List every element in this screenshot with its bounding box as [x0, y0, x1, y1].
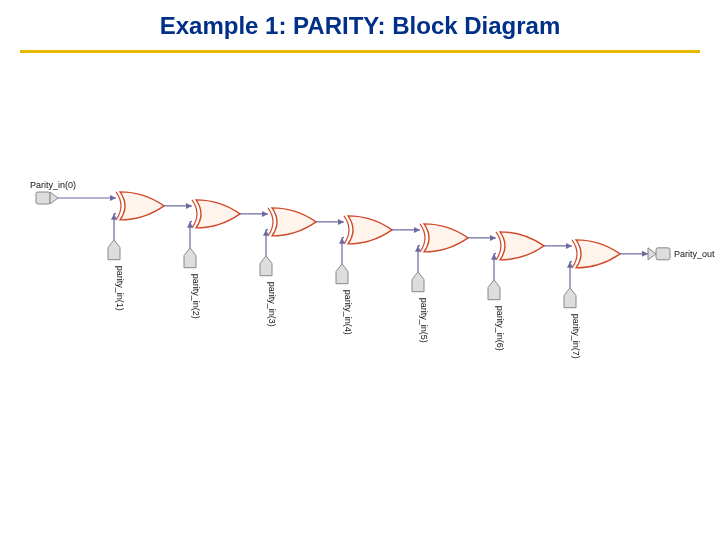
arrowhead [111, 214, 117, 220]
arrowhead [262, 211, 268, 217]
input0-label: Parity_in(0) [30, 180, 76, 190]
arrowhead [186, 203, 192, 209]
arrowhead [338, 219, 344, 225]
stage-3-input-port [260, 256, 272, 276]
arrowhead [110, 195, 116, 201]
xor-gate-4-backarc [344, 216, 349, 244]
arrowhead [642, 251, 648, 257]
output-port-body [656, 248, 670, 260]
xor-gate-3-backarc [268, 208, 273, 236]
output-port [648, 248, 656, 260]
xor-gate-5 [424, 224, 468, 252]
xor-gate-2 [196, 200, 240, 228]
stage-6-input-label: parity_in(6) [495, 306, 505, 351]
arrowhead [415, 246, 421, 252]
stage-6-input-port [488, 280, 500, 300]
page-title: Example 1: PARITY: Block Diagram [0, 0, 720, 40]
stage-1-input-port [108, 240, 120, 260]
stage-2-input-label: parity_in(2) [191, 274, 201, 319]
arrowhead [567, 262, 573, 268]
xor-gate-3 [272, 208, 316, 236]
arrowhead [414, 227, 420, 233]
stage-7-input-port [564, 288, 576, 308]
xor-gate-6-backarc [496, 232, 501, 260]
stage-5-input-label: parity_in(5) [419, 298, 429, 343]
xor-gate-5-backarc [420, 224, 425, 252]
xor-gate-1 [120, 192, 164, 220]
arrowhead [339, 238, 345, 244]
stage-1-input-label: parity_in(1) [115, 266, 125, 311]
arrowhead [263, 230, 269, 236]
xor-gate-1-backarc [116, 192, 121, 220]
output-label: Parity_out [674, 249, 715, 259]
svg-rect-0 [36, 192, 50, 204]
arrowhead [491, 254, 497, 260]
arrowhead [490, 235, 496, 241]
xor-gate-4 [348, 216, 392, 244]
xor-gate-2-backarc [192, 200, 197, 228]
stage-7-input-label: parity_in(7) [571, 314, 581, 359]
svg-marker-1 [50, 192, 58, 204]
stage-3-input-label: parity_in(3) [267, 282, 277, 327]
stage-4-input-port [336, 264, 348, 284]
xor-gate-7 [576, 240, 620, 268]
stage-5-input-port [412, 272, 424, 292]
xor-gate-7-backarc [572, 240, 577, 268]
stage-2-input-port [184, 248, 196, 268]
stage-4-input-label: parity_in(4) [343, 290, 353, 335]
arrowhead [566, 243, 572, 249]
parity-block-diagram: Parity_in(0)parity_in(1)parity_in(2)pari… [0, 53, 720, 513]
arrowhead [187, 222, 193, 228]
xor-gate-6 [500, 232, 544, 260]
diagram-canvas: Parity_in(0)parity_in(1)parity_in(2)pari… [0, 53, 720, 513]
